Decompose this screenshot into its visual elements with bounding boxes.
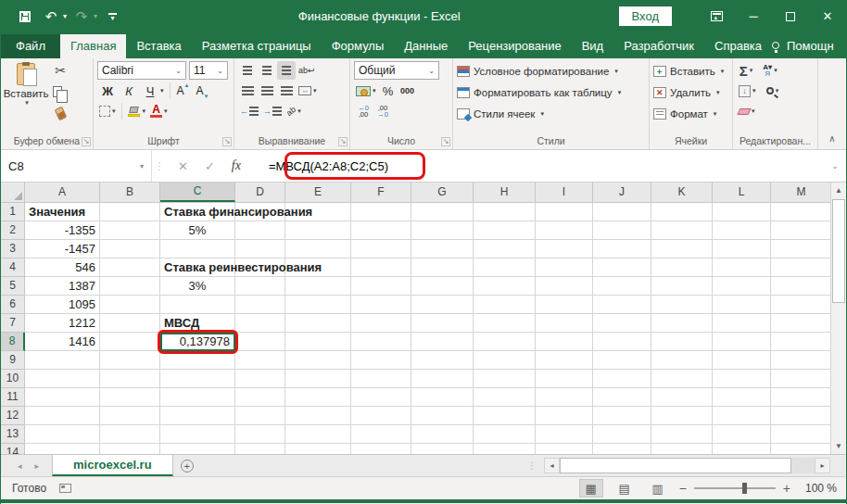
- cell-C4[interactable]: Ставка реинвестирования: [160, 258, 235, 277]
- cell-F12[interactable]: [351, 407, 411, 425]
- cell-C2[interactable]: 5%: [160, 221, 235, 240]
- cell-B6[interactable]: [100, 296, 160, 314]
- align-top-button[interactable]: [238, 61, 257, 80]
- paste-button[interactable]: Вставить ▾: [5, 61, 47, 132]
- align-right-button[interactable]: [277, 82, 296, 100]
- cell-J4[interactable]: [593, 258, 651, 277]
- cell-D8[interactable]: [235, 333, 285, 351]
- tab-help[interactable]: Справка: [704, 34, 772, 58]
- redo-button[interactable]: ↷: [70, 6, 93, 28]
- cell-A3[interactable]: -1457: [25, 240, 100, 258]
- fill-color-button[interactable]: ▾: [126, 102, 148, 120]
- cell-G13[interactable]: [411, 425, 474, 444]
- cell-F1[interactable]: [351, 203, 411, 221]
- cell-I8[interactable]: [536, 333, 593, 351]
- column-header-L[interactable]: L: [713, 183, 771, 202]
- tab-insert[interactable]: Вставка: [126, 34, 191, 58]
- cell-I7[interactable]: [536, 314, 593, 333]
- format-as-table-button[interactable]: Форматировать как таблицу▾: [457, 82, 645, 102]
- column-header-K[interactable]: K: [651, 183, 713, 202]
- cell-J2[interactable]: [593, 221, 651, 240]
- cell-J7[interactable]: [593, 314, 651, 333]
- row-header-14[interactable]: 14: [1, 444, 25, 454]
- cell-M5[interactable]: [771, 277, 832, 296]
- cell-A2[interactable]: -1355: [25, 221, 100, 240]
- vertical-scrollbar[interactable]: ▲ ▼: [830, 183, 846, 454]
- cell-B4[interactable]: [100, 258, 160, 277]
- cell-G7[interactable]: [411, 314, 474, 333]
- cell-D2[interactable]: [235, 221, 285, 240]
- comma-style-button[interactable]: 000: [398, 82, 417, 100]
- cell-C13[interactable]: [160, 425, 235, 444]
- normal-view-button[interactable]: ▦: [579, 479, 603, 498]
- underline-button[interactable]: Ч▾: [140, 82, 166, 100]
- cell-C14[interactable]: [160, 444, 235, 454]
- cell-I1[interactable]: [536, 203, 593, 221]
- new-sheet-button[interactable]: +: [173, 455, 201, 476]
- tab-review[interactable]: Рецензирование: [458, 34, 571, 58]
- maximize-button[interactable]: [772, 0, 809, 32]
- save-button[interactable]: [14, 6, 36, 28]
- cell-M13[interactable]: [771, 425, 832, 444]
- scroll-right-icon[interactable]: ▸: [815, 458, 830, 473]
- cell-F7[interactable]: [351, 314, 411, 333]
- row-header-2[interactable]: 2: [1, 221, 25, 240]
- ribbon-display-options-button[interactable]: [698, 0, 735, 32]
- cell-M14[interactable]: [771, 444, 832, 454]
- cell-K9[interactable]: [651, 351, 713, 370]
- cell-E5[interactable]: [285, 277, 351, 296]
- cell-G12[interactable]: [411, 407, 474, 425]
- cell-K14[interactable]: [651, 444, 713, 454]
- zoom-slider[interactable]: [694, 487, 776, 489]
- cell-F2[interactable]: [351, 221, 411, 240]
- close-button[interactable]: ✕: [809, 0, 846, 32]
- tab-data[interactable]: Данные: [394, 34, 458, 58]
- cell-M7[interactable]: [771, 314, 832, 333]
- cell-B14[interactable]: [100, 444, 160, 454]
- cell-L2[interactable]: [713, 221, 771, 240]
- cell-E6[interactable]: [285, 296, 351, 314]
- cell-E7[interactable]: [285, 314, 351, 333]
- cell-K8[interactable]: [651, 333, 713, 351]
- cell-I9[interactable]: [536, 351, 593, 370]
- cell-I10[interactable]: [536, 370, 593, 388]
- cell-L13[interactable]: [713, 425, 771, 444]
- cell-B12[interactable]: [100, 407, 160, 425]
- cell-A13[interactable]: [25, 425, 100, 444]
- cell-D9[interactable]: [235, 351, 285, 370]
- macro-record-icon[interactable]: [59, 484, 71, 493]
- cell-D5[interactable]: [235, 277, 285, 296]
- cell-I14[interactable]: [536, 444, 593, 454]
- cell-E9[interactable]: [285, 351, 351, 370]
- cell-C7[interactable]: МВСД: [160, 314, 235, 333]
- cell-I13[interactable]: [536, 425, 593, 444]
- sheet-tab-microexcel[interactable]: microexcel.ru: [52, 455, 173, 476]
- alignment-dialog-launcher[interactable]: ↘: [338, 137, 348, 146]
- clear-button[interactable]: ▾: [737, 102, 757, 120]
- tab-file[interactable]: Файл: [1, 34, 60, 58]
- cell-M10[interactable]: [771, 370, 832, 388]
- cell-I5[interactable]: [536, 277, 593, 296]
- cell-F11[interactable]: [351, 388, 411, 407]
- column-header-H[interactable]: H: [474, 183, 536, 202]
- cell-C9[interactable]: [160, 351, 235, 370]
- zoom-out-button[interactable]: −: [679, 481, 687, 496]
- customize-qat-button[interactable]: ▾: [108, 13, 117, 20]
- cell-G8[interactable]: [411, 333, 474, 351]
- cell-L12[interactable]: [713, 407, 771, 425]
- cell-D11[interactable]: [235, 388, 285, 407]
- font-dialog-launcher[interactable]: ↘: [222, 137, 232, 146]
- cell-K12[interactable]: [651, 407, 713, 425]
- scroll-up-icon[interactable]: ▲: [831, 183, 846, 198]
- cell-L7[interactable]: [713, 314, 771, 333]
- cell-C5[interactable]: 3%: [160, 277, 235, 296]
- merge-center-button[interactable]: ↔▾: [297, 82, 319, 100]
- cell-G5[interactable]: [411, 277, 474, 296]
- page-layout-view-button[interactable]: ▤: [613, 479, 637, 498]
- cell-I3[interactable]: [536, 240, 593, 258]
- cell-A6[interactable]: 1095: [25, 296, 100, 314]
- cell-A11[interactable]: [25, 388, 100, 407]
- autosum-button[interactable]: Σ▾: [737, 61, 755, 80]
- cell-J5[interactable]: [593, 277, 651, 296]
- cell-M2[interactable]: [771, 221, 832, 240]
